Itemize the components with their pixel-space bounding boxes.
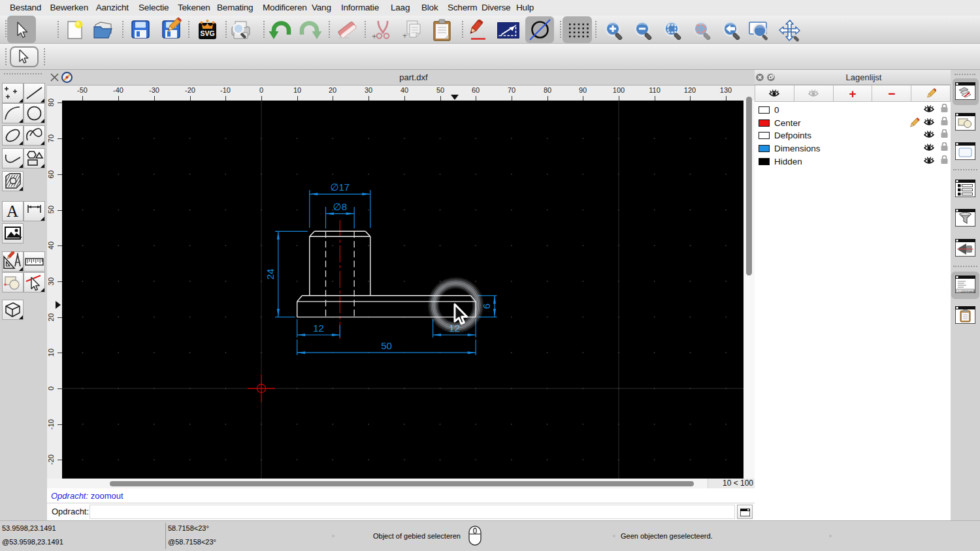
svg-text:24: 24 (265, 269, 276, 280)
svg-text:+: + (402, 31, 407, 40)
svg-text:50: 50 (381, 340, 392, 351)
svg-text:SVG: SVG (200, 29, 214, 37)
svg-text:+: + (372, 31, 377, 41)
svg-text:> command: > command (958, 289, 975, 293)
svg-text:∅17: ∅17 (330, 181, 350, 193)
svg-text:A: A (7, 202, 18, 220)
svg-text:12: 12 (313, 323, 324, 334)
svg-text:∅8: ∅8 (333, 201, 347, 212)
